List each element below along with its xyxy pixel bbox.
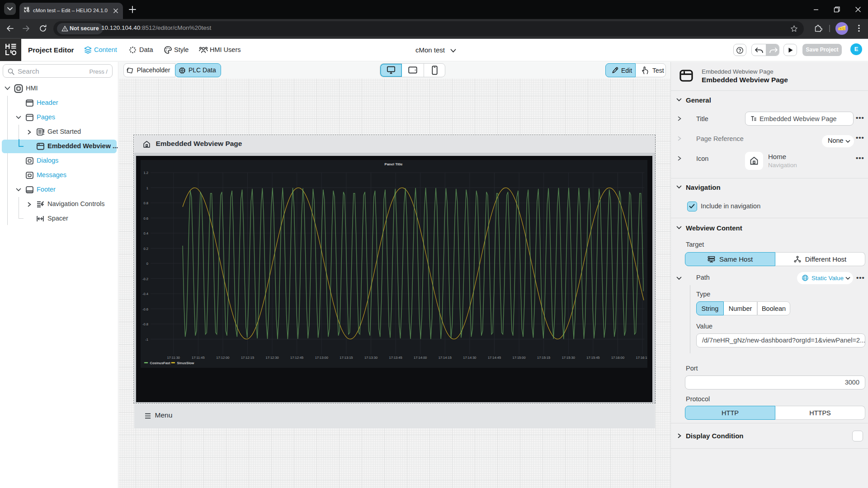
svg-text:0.2: 0.2 — [143, 247, 148, 251]
svg-text:1.2: 1.2 — [143, 171, 148, 175]
svg-text:SinusSlow: SinusSlow — [177, 361, 194, 365]
svg-text:17:13:15: 17:13:15 — [340, 356, 353, 360]
svg-text:-0.8: -0.8 — [142, 322, 148, 326]
svg-text:17:15:15: 17:15:15 — [537, 356, 550, 360]
svg-text:17:15:45: 17:15:45 — [586, 356, 599, 360]
svg-text:-0.6: -0.6 — [142, 307, 148, 311]
svg-text:-1: -1 — [145, 338, 148, 342]
svg-text:17:15:00: 17:15:00 — [512, 356, 525, 360]
svg-text:17:12:30: 17:12:30 — [265, 356, 278, 360]
svg-text:17:14:30: 17:14:30 — [463, 356, 476, 360]
svg-text:17:16:00: 17:16:00 — [611, 356, 624, 360]
svg-text:17:11:45: 17:11:45 — [191, 356, 204, 360]
svg-text:17:12:00: 17:12:00 — [216, 356, 229, 360]
svg-text:1: 1 — [146, 186, 148, 190]
svg-text:0: 0 — [146, 262, 148, 266]
svg-text:CosinusFast: CosinusFast — [150, 361, 170, 365]
svg-text:17:13:00: 17:13:00 — [315, 356, 328, 360]
svg-text:17:13:30: 17:13:30 — [364, 356, 377, 360]
svg-text:Panel Title: Panel Title — [384, 162, 402, 166]
svg-text:17:14:00: 17:14:00 — [414, 356, 427, 360]
svg-text:17:11:30: 17:11:30 — [167, 356, 180, 360]
svg-text:0.6: 0.6 — [143, 216, 148, 221]
svg-text:0.8: 0.8 — [143, 201, 148, 205]
svg-text:17:12:45: 17:12:45 — [290, 356, 303, 360]
svg-text:-0.2: -0.2 — [142, 277, 148, 281]
svg-text:17:12:15: 17:12:15 — [241, 356, 254, 360]
svg-text:17:15:30: 17:15:30 — [561, 356, 575, 360]
svg-text:17:13:45: 17:13:45 — [389, 356, 402, 360]
svg-text:17:14:15: 17:14:15 — [438, 356, 451, 360]
svg-text:0.4: 0.4 — [143, 231, 148, 235]
svg-text:17:16:15: 17:16:15 — [636, 356, 647, 360]
svg-text:17:14:45: 17:14:45 — [487, 356, 500, 360]
svg-text:-0.4: -0.4 — [142, 292, 148, 296]
